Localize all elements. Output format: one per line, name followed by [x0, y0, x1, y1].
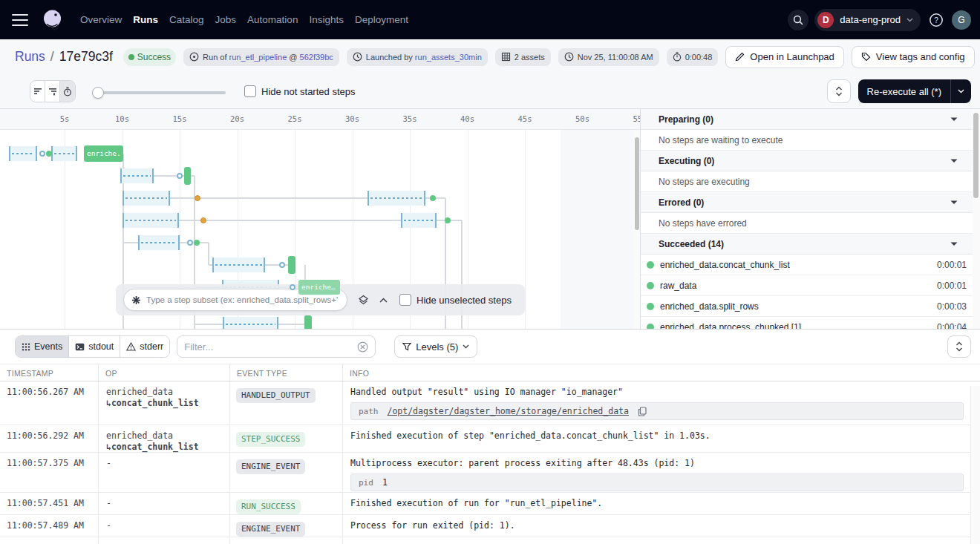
search-button[interactable]: [788, 10, 808, 30]
column-header[interactable]: EVENT TYPE: [230, 364, 343, 381]
step-waiting-box[interactable]: [122, 191, 170, 206]
hide-not-started-checkbox[interactable]: [244, 85, 256, 97]
view-tags-config-button[interactable]: View tags and config: [852, 46, 975, 68]
step-success-bar[interactable]: [184, 167, 191, 185]
log-row[interactable]: 11:00:57.375 AM-ENGINE_EVENTMultiprocess…: [0, 453, 980, 493]
clock-icon: [564, 52, 574, 62]
tag-link[interactable]: run_assets_30min: [415, 53, 482, 62]
step-waiting-box[interactable]: [122, 213, 179, 228]
step-row[interactable]: enriched_data.concat_chunk_list0:00:01: [641, 255, 980, 275]
steps-section-header[interactable]: Executing (0): [641, 151, 980, 171]
breadcrumb-runs-link[interactable]: Runs: [15, 49, 45, 64]
expand-collapse-button[interactable]: [827, 79, 851, 103]
column-header[interactable]: OP: [99, 364, 230, 381]
caret-down-icon: [950, 117, 958, 122]
menu-icon[interactable]: [12, 14, 28, 26]
run-tag[interactable]: Nov 25, 11:00:08 AM: [558, 48, 659, 66]
step-success-bar[interactable]: [288, 256, 295, 274]
tab-stdout[interactable]: stdout: [69, 336, 120, 357]
nav-item-runs[interactable]: Runs: [133, 14, 158, 25]
view-timed-button[interactable]: [60, 81, 75, 102]
steps-section-header[interactable]: Preparing (0): [641, 109, 980, 130]
run-tag[interactable]: 2 assets: [495, 48, 551, 66]
column-header[interactable]: TIMESTAMP: [0, 364, 99, 381]
log-row[interactable]: 11:00:56.292 AMenriched_data↳concat_chun…: [0, 425, 980, 453]
steps-empty-message: No steps are waiting to execute: [641, 130, 980, 151]
step-row[interactable]: enriched_data.process_chunked [1]0:00:04: [641, 317, 980, 329]
reexecute-caret-button[interactable]: [950, 79, 971, 103]
log-op: enriched_data↳concat_chunk_list: [99, 381, 230, 425]
axis-tick-label: 50s: [572, 114, 594, 123]
log-row[interactable]: 11:00:56.267 AMenriched_data↳concat_chun…: [0, 381, 980, 425]
dagster-logo-icon[interactable]: [42, 9, 64, 31]
collapse-overlay-button[interactable]: [379, 298, 388, 303]
step-success-bar[interactable]: enriche…: [298, 280, 340, 295]
log-filter-input[interactable]: Filter...: [177, 335, 376, 358]
tag-link[interactable]: run_etl_pipeline: [229, 53, 287, 62]
user-avatar[interactable]: G: [952, 10, 971, 30]
metadata-path-link[interactable]: /opt/dagster/dagster_home/storage/enrich…: [388, 406, 629, 416]
tab-stderr[interactable]: stderr: [120, 336, 169, 357]
step-row[interactable]: enriched_data.split_rows0:00:03: [641, 296, 980, 317]
step-waiting-box[interactable]: [368, 191, 425, 206]
nav-item-jobs[interactable]: Jobs: [215, 14, 237, 25]
copy-icon[interactable]: [638, 407, 647, 416]
step-waiting-box[interactable]: [138, 235, 180, 250]
zoom-slider[interactable]: [92, 91, 226, 94]
column-header[interactable]: INFO: [343, 364, 980, 381]
reexecute-all-button[interactable]: Re-execute all (*): [858, 79, 950, 103]
step-waiting-box[interactable]: [120, 168, 154, 183]
axis-tick-label: 40s: [457, 114, 479, 123]
step-waiting-box[interactable]: [212, 258, 265, 272]
graph-layers-button[interactable]: [358, 295, 369, 306]
hide-unselected-checkbox[interactable]: [399, 294, 411, 306]
flat-list-icon: [33, 87, 42, 96]
zoom-slider-knob[interactable]: [92, 87, 104, 99]
view-waterfall-button[interactable]: [45, 81, 60, 102]
run-tag[interactable]: Launched by run_assets_30min: [347, 48, 488, 66]
metadata-key: path: [359, 407, 379, 416]
log-event-type: ENGINE_EVENT: [230, 453, 343, 496]
nav-item-insights[interactable]: Insights: [309, 14, 344, 25]
gantt-chart[interactable]: 5s10s15s20s25s30s35s40s45s50s55s enriche…: [0, 109, 640, 329]
run-tag[interactable]: 0:00:48: [667, 48, 719, 66]
help-button[interactable]: ?: [927, 10, 946, 30]
workspace-switcher[interactable]: D data-eng-prod: [814, 9, 921, 31]
step-subset-placeholder: Type a step subset (ex: enriched_data.sp…: [146, 295, 338, 304]
steps-section-header[interactable]: Errored (0): [641, 192, 980, 213]
marker-pending-dot: [39, 151, 45, 157]
step-success-bar[interactable]: [304, 315, 312, 329]
nav-item-overview[interactable]: Overview: [80, 14, 122, 25]
step-waiting-box[interactable]: [401, 213, 437, 228]
nav-item-catalog[interactable]: Catalog: [169, 14, 204, 25]
axis-tick-label: 10s: [111, 114, 134, 123]
nav-item-deployment[interactable]: Deployment: [355, 14, 408, 25]
view-flat-button[interactable]: [30, 81, 45, 102]
axis-tick-label: 45s: [514, 114, 536, 123]
log-timestamp: 11:00:57.375 AM: [0, 453, 99, 496]
run-tag[interactable]: Run of run_etl_pipeline @ 562f39bc: [183, 48, 339, 66]
steps-panel-scrollbar[interactable]: [973, 113, 979, 198]
nav-item-automation[interactable]: Automation: [247, 14, 298, 25]
step-waiting-box[interactable]: [51, 146, 77, 161]
step-row[interactable]: raw_data0:00:01: [641, 275, 980, 296]
step-success-bar[interactable]: enriche.: [84, 145, 123, 162]
steps-section-header[interactable]: Succeeded (14): [641, 234, 980, 255]
step-waiting-box[interactable]: [9, 146, 37, 161]
levels-filter-button[interactable]: Levels (5): [394, 335, 477, 358]
tab-events[interactable]: Events: [16, 336, 69, 357]
step-waiting-box[interactable]: [223, 317, 278, 329]
warning-icon: [126, 342, 136, 351]
open-in-launchpad-button[interactable]: Open in Launchpad: [725, 46, 843, 68]
log-expand-button[interactable]: [947, 335, 971, 358]
log-op: enriched_data↳concat_chunk_list: [99, 425, 230, 452]
axis-tick-label: 35s: [399, 114, 421, 123]
log-event-type: HANDLED_OUTPUT: [230, 381, 343, 425]
gantt-scrollbar[interactable]: [635, 137, 639, 230]
tag-link[interactable]: 562f39bc: [300, 53, 333, 62]
clear-filter-icon[interactable]: [357, 341, 368, 353]
log-row[interactable]: 11:00:57.489 AM-ENGINE_EVENTProcess for …: [0, 515, 980, 537]
success-dot-icon: [647, 282, 654, 289]
log-scrollbar-track[interactable]: [970, 386, 980, 544]
log-row[interactable]: 11:00:57.451 AM-RUN_SUCCESSFinished exec…: [0, 493, 980, 515]
